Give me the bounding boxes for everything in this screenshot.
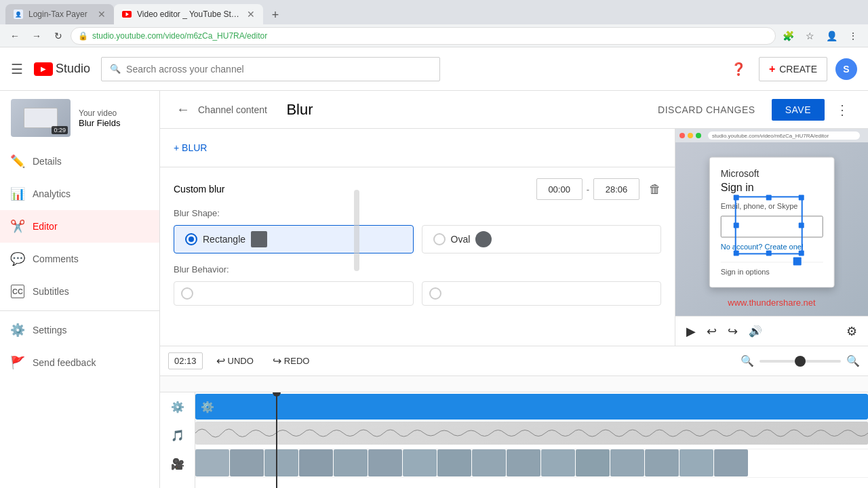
sidebar-item-feedback[interactable]: 🚩 Send feedback xyxy=(0,346,159,379)
channel-thumbnail: 0:29 xyxy=(11,99,71,137)
create-label: CREATE xyxy=(779,64,817,75)
header-right: ❓ + CREATE S xyxy=(726,57,857,81)
search-input[interactable] xyxy=(126,64,431,75)
volume-button[interactable]: 🔊 xyxy=(746,322,765,340)
shape-rectangle-label: Rectangle xyxy=(203,234,245,245)
forward-button[interactable]: ↪ xyxy=(725,321,741,342)
behavior-options xyxy=(174,281,661,306)
settings-icon: ⚙️ xyxy=(11,323,24,337)
thumb-7 xyxy=(403,449,437,476)
more-nav-button[interactable]: ⋮ xyxy=(844,26,863,45)
address-bar[interactable]: 🔒 studio.youtube.com/video/m6zCa_HU7RA/e… xyxy=(71,27,776,45)
blur-shape-label: Blur Shape: xyxy=(174,208,661,218)
browser-tabs: 👤 Login-Tax Payer ✕ Video editor _ YouTu… xyxy=(0,0,868,24)
time-display: 02:13 xyxy=(168,352,203,369)
thumb-12 xyxy=(576,449,610,476)
blur-item-header: Custom blur - 🗑 xyxy=(174,178,661,200)
video-duration: 0:29 xyxy=(52,126,68,134)
channel-info: Your video Blur Fields xyxy=(79,108,149,128)
time-end-input[interactable] xyxy=(593,178,639,200)
avatar[interactable]: S xyxy=(835,58,857,80)
corner-bl[interactable] xyxy=(733,251,738,256)
login-tab-close[interactable]: ✕ xyxy=(98,9,106,20)
shape-option-rectangle[interactable]: Rectangle xyxy=(174,225,414,253)
login-tab-title: Login-Tax Payer xyxy=(28,9,92,19)
zoom-slider-thumb xyxy=(795,356,806,367)
header-search[interactable]: 🔍 xyxy=(101,57,440,81)
playhead[interactable] xyxy=(276,392,277,488)
breadcrumb[interactable]: Channel content xyxy=(198,104,267,115)
blur-panel-header: + BLUR xyxy=(160,129,675,167)
timeline-ruler: 00:00 06:00 12:00 18:00 24:00 28:06 xyxy=(160,376,868,392)
save-button[interactable]: SAVE xyxy=(772,99,825,121)
browser-chrome: 👤 Login-Tax Payer ✕ Video editor _ YouTu… xyxy=(0,0,868,47)
extensions-button[interactable]: 🧩 xyxy=(778,26,797,45)
blur-behavior-section: Blur Behavior: xyxy=(174,264,661,306)
corner-tr[interactable] xyxy=(799,195,804,201)
zoom-controls: 🔍 🔍 xyxy=(741,354,860,367)
browser-tab-login[interactable]: 👤 Login-Tax Payer ✕ xyxy=(5,4,114,24)
create-button[interactable]: + CREATE xyxy=(759,57,827,81)
corner-bm[interactable] xyxy=(766,251,771,256)
play-button[interactable]: ▶ xyxy=(684,321,698,342)
undo-button[interactable]: ↩ UNDO xyxy=(211,352,259,370)
help-button[interactable]: ❓ xyxy=(726,57,751,81)
hamburger-menu[interactable]: ☰ xyxy=(11,61,23,77)
thumb-9 xyxy=(472,449,506,476)
video-track-bar[interactable]: ⚙️ xyxy=(195,394,868,420)
sidebar-item-settings[interactable]: ⚙️ Settings xyxy=(0,314,159,346)
new-tab-button[interactable]: + xyxy=(266,5,285,24)
corner-rm[interactable] xyxy=(799,223,804,228)
sidebar-item-editor[interactable]: ✂️ Editor xyxy=(0,210,159,243)
forward-nav-button[interactable]: → xyxy=(27,26,46,45)
zoom-slider[interactable] xyxy=(760,360,841,363)
discard-button[interactable]: DISCARD CHANGES xyxy=(650,99,764,121)
address-text: studio.youtube.com/video/m6zCa_HU7RA/edi… xyxy=(92,31,267,41)
vid-close-dot xyxy=(679,133,685,138)
blur-item-title: Custom blur xyxy=(174,184,224,195)
blur-selection-box[interactable] xyxy=(734,197,802,255)
back-button[interactable]: ← xyxy=(176,102,190,117)
browser-tab-yt[interactable]: Video editor _ YouTube Studio ✕ xyxy=(114,4,263,24)
yt-studio-text: Studio xyxy=(56,62,90,76)
radio-behavior-1 xyxy=(181,287,193,300)
sidebar-channel[interactable]: 0:29 Your video Blur Fields xyxy=(0,91,159,145)
delete-blur-button[interactable]: 🗑 xyxy=(649,182,661,197)
yt-logo[interactable]: Studio xyxy=(34,62,90,76)
thumb-8 xyxy=(437,449,471,476)
add-blur-button[interactable]: + BLUR xyxy=(174,140,207,156)
video-settings-button[interactable]: ⚙ xyxy=(844,321,860,342)
shape-option-oval[interactable]: Oval xyxy=(422,225,662,253)
lock-icon: 🔒 xyxy=(78,31,88,41)
more-options-button[interactable]: ⋮ xyxy=(833,99,852,121)
corner-tl[interactable] xyxy=(733,195,738,201)
back-nav-button[interactable]: ← xyxy=(5,26,24,45)
refresh-nav-button[interactable]: ↻ xyxy=(49,26,68,45)
zoom-out-button[interactable]: 🔍 xyxy=(741,354,754,367)
profile-button[interactable]: 👤 xyxy=(822,26,841,45)
time-start-input[interactable] xyxy=(536,178,583,200)
video-screenshot: studio.youtube.com/video/m6zCa_HU7RA/edi… xyxy=(675,129,868,316)
panel-scrollbar[interactable] xyxy=(354,190,359,271)
rewind-button[interactable]: ↩ xyxy=(704,321,719,342)
sidebar-item-analytics[interactable]: 📊 Analytics xyxy=(0,178,159,210)
corner-tm[interactable] xyxy=(766,195,771,201)
sidebar-item-comments[interactable]: 💬 Comments xyxy=(0,243,159,275)
behavior-option-1[interactable] xyxy=(174,281,414,306)
yt-tab-close[interactable]: ✕ xyxy=(247,9,255,20)
redo-button[interactable]: ↪ REDO xyxy=(267,352,315,370)
sidebar-item-details[interactable]: ✏️ Details xyxy=(0,145,159,178)
main-content: 0:29 Your video Blur Fields ✏️ Details 📊… xyxy=(0,91,868,488)
tracks-content: ⚙️ xyxy=(195,392,868,488)
sidebar-item-subtitles[interactable]: CC Subtitles xyxy=(0,275,159,308)
vid-max-dot xyxy=(696,133,701,138)
behavior-option-2[interactable] xyxy=(422,281,662,306)
corner-lm[interactable] xyxy=(733,223,738,228)
channel-label: Your video xyxy=(79,108,149,118)
corner-br[interactable] xyxy=(799,251,804,256)
redo-icon: ↪ xyxy=(273,354,281,367)
selection-handle[interactable] xyxy=(793,258,802,266)
bookmark-button[interactable]: ☆ xyxy=(800,26,819,45)
analytics-label: Analytics xyxy=(33,188,71,199)
zoom-in-button[interactable]: 🔍 xyxy=(846,354,860,367)
